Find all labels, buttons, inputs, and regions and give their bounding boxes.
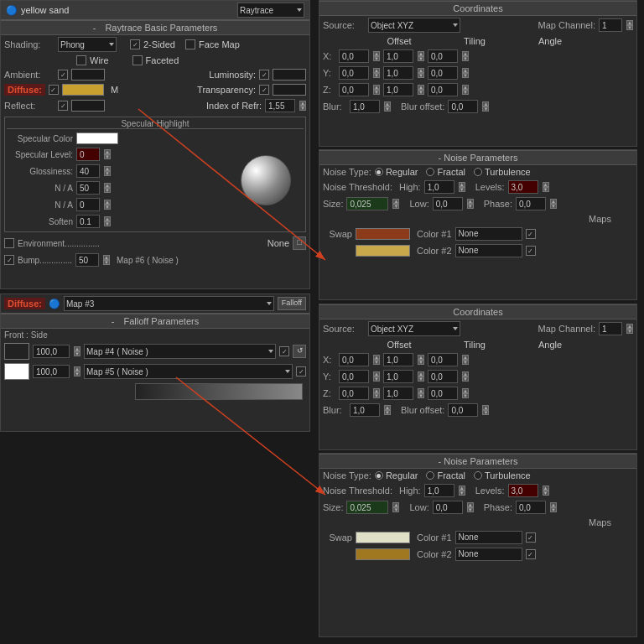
specular-level-spinner[interactable]: ▲ ▼ — [104, 149, 111, 159]
glossiness-row: Glossiness: 40 ▲ ▼ — [7, 163, 228, 179]
coord-top-y-angle[interactable]: 0,0 — [428, 66, 458, 80]
noise-top-size-field[interactable]: 0,025 — [346, 197, 388, 210]
diffuse-map-dropdown[interactable]: Map #3 — [64, 296, 274, 311]
noise-top-color2-swatch[interactable] — [356, 245, 410, 257]
diffuse-color[interactable] — [62, 84, 104, 96]
noise-top-fractal[interactable]: Fractal — [426, 167, 465, 177]
coord-bottom-source-dropdown[interactable]: Object XYZ — [368, 321, 460, 336]
env-map-btn[interactable]: □ — [293, 236, 306, 250]
coord-bottom-y-row: Y: 0,0 ▲▼ 1,0 ▲▼ 0,0 ▲▼ — [319, 368, 636, 385]
reflect-color[interactable] — [71, 100, 105, 112]
luminosity-checkbox[interactable] — [259, 70, 269, 80]
coord-top-headers: Offset Tiling Angle — [319, 34, 636, 48]
noise-top-color1-check[interactable] — [526, 229, 536, 239]
shading-dropdown[interactable]: Phong — [58, 37, 117, 52]
coord-top-x-angle[interactable]: 0,0 — [428, 49, 458, 63]
glossiness-spinner[interactable]: ▲ ▼ — [104, 166, 111, 176]
falloff-amount2-spinner[interactable]: ▲ ▼ — [74, 366, 80, 377]
coord-top-z-offset[interactable]: 0,0 — [339, 83, 369, 96]
coord-top-z-tiling[interactable]: 1,0 — [383, 83, 413, 96]
noise-bottom-color1-swatch[interactable] — [356, 532, 410, 543]
material-type-dropdown[interactable]: Raytrace — [237, 3, 304, 18]
coord-top-panel: Coordinates Source: Object XYZ Map Chann… — [319, 0, 637, 147]
coord-top-blur-row: Blur: 1,0 ▲▼ Blur offset: 0,0 ▲▼ — [319, 98, 636, 115]
noise-bottom-color2-check[interactable] — [526, 549, 536, 559]
reflect-checkbox[interactable] — [58, 101, 68, 111]
ambient-color[interactable] — [71, 69, 105, 80]
noise-bottom-regular[interactable]: Regular — [375, 470, 418, 480]
soften-field[interactable]: 0.1 — [76, 215, 100, 228]
gradient-preview — [135, 383, 303, 400]
falloff-map1-reset[interactable]: ↺ — [293, 345, 306, 358]
noise-bottom-color1-map[interactable]: None — [455, 531, 522, 544]
glossiness-field[interactable]: 40 — [76, 164, 100, 178]
specular-level-field[interactable]: 0 — [76, 148, 100, 161]
na2-field[interactable]: 0 — [76, 198, 100, 211]
falloff-amount1-spinner[interactable]: ▲ ▼ — [74, 346, 80, 356]
coord-top-blur-offset-field[interactable]: 0,0 — [448, 100, 478, 113]
noise-top-color1-map[interactable]: None — [455, 227, 522, 241]
noise-bottom-color2-map[interactable]: None — [455, 548, 522, 561]
faceted-checkbox[interactable] — [132, 55, 143, 65]
falloff-color1[interactable] — [4, 343, 29, 360]
diffuse-checkbox[interactable] — [49, 85, 59, 95]
noise-top-color1-swatch[interactable] — [356, 228, 410, 240]
soften-spinner[interactable]: ▲ ▼ — [104, 216, 111, 226]
coord-top-x-offset[interactable]: 0,0 — [339, 49, 369, 63]
falloff-color2[interactable] — [4, 363, 29, 380]
bump-spinner[interactable]: ▲ ▼ — [103, 255, 110, 265]
falloff-map2-checkbox[interactable] — [296, 366, 306, 377]
coord-top-y-tiling[interactable]: 1,0 — [383, 66, 413, 80]
wire-row: Wire Faceted — [1, 54, 309, 67]
falloff-amount1-field[interactable]: 100,0 — [33, 345, 70, 358]
noise-top-phase-field[interactable]: 0,0 — [516, 197, 546, 210]
falloff-amount2-field[interactable]: 100,0 — [33, 365, 70, 378]
na1-field[interactable]: 50 — [76, 181, 100, 195]
specular-color-row: Specular Color — [7, 131, 228, 146]
na2-spinner[interactable]: ▲ ▼ — [104, 200, 111, 210]
falloff-btn[interactable]: Falloff — [278, 297, 306, 310]
bump-amount-field[interactable]: 50 — [75, 253, 99, 267]
na1-spinner[interactable]: ▲ ▼ — [104, 183, 111, 193]
falloff-map2-dropdown[interactable]: Map #5 ( Noise ) — [84, 364, 293, 379]
transparency-color[interactable] — [273, 84, 306, 96]
coord-top-y-offset[interactable]: 0,0 — [339, 66, 369, 80]
noise-top-color2-map[interactable]: None — [455, 244, 522, 257]
coord-top-z-angle[interactable]: 0,0 — [428, 83, 458, 96]
transparency-checkbox[interactable] — [259, 85, 269, 95]
material-name: yellow sand — [21, 5, 69, 15]
noise-top-high-field[interactable]: 1,0 — [424, 180, 454, 194]
wire-checkbox[interactable] — [76, 55, 86, 65]
noise-top-regular[interactable]: Regular — [375, 167, 418, 177]
coord-top-blur-field[interactable]: 1,0 — [350, 100, 380, 113]
bump-checkbox[interactable] — [4, 255, 14, 265]
index-refr-spinner[interactable]: ▲ ▼ — [299, 101, 306, 111]
ambient-checkbox[interactable] — [58, 70, 68, 80]
noise-top-panel: - Noise Parameters Noise Type: Regular F… — [319, 149, 637, 300]
noise-top-low-field[interactable]: 0,0 — [433, 197, 463, 210]
coord-bottom-channel-field[interactable]: 1 — [599, 322, 622, 335]
specular-color-swatch[interactable] — [76, 132, 118, 144]
noise-top-levels-field[interactable]: 3,0 — [508, 180, 538, 194]
luminosity-color[interactable] — [273, 69, 306, 80]
coord-top-x-tiling[interactable]: 1,0 — [383, 49, 413, 63]
coord-top-source-dropdown[interactable]: Object XYZ — [368, 18, 460, 33]
material-panel-header: 🔵 yellow sand Raytrace — [1, 1, 309, 20]
noise-bottom-turbulence[interactable]: Turbulence — [474, 470, 531, 480]
face-map-checkbox[interactable] — [185, 39, 195, 49]
coord-top-channel-field[interactable]: 1 — [599, 18, 622, 32]
two-sided-checkbox[interactable] — [130, 39, 140, 49]
falloff-map1-dropdown[interactable]: Map #4 ( Noise ) — [84, 344, 276, 359]
noise-bottom-color1-check[interactable] — [526, 532, 536, 543]
falloff-map2-row: 100,0 ▲ ▼ Map #5 ( Noise ) — [1, 361, 309, 382]
env-checkbox[interactable] — [4, 238, 14, 248]
noise-bottom-color2-swatch[interactable] — [356, 548, 410, 560]
index-refr-down[interactable]: ▼ — [299, 106, 306, 111]
noise-bottom-fractal[interactable]: Fractal — [426, 470, 465, 480]
falloff-map1-checkbox[interactable] — [279, 346, 289, 356]
index-refr-field[interactable]: 1,55 — [265, 99, 295, 112]
raytrace-section-title: - Raytrace Basic Parameters — [1, 20, 309, 35]
falloff-section-title: - Falloff Parameters — [1, 314, 309, 329]
noise-top-turbulence[interactable]: Turbulence — [474, 167, 531, 177]
noise-top-color2-check[interactable] — [526, 246, 536, 256]
